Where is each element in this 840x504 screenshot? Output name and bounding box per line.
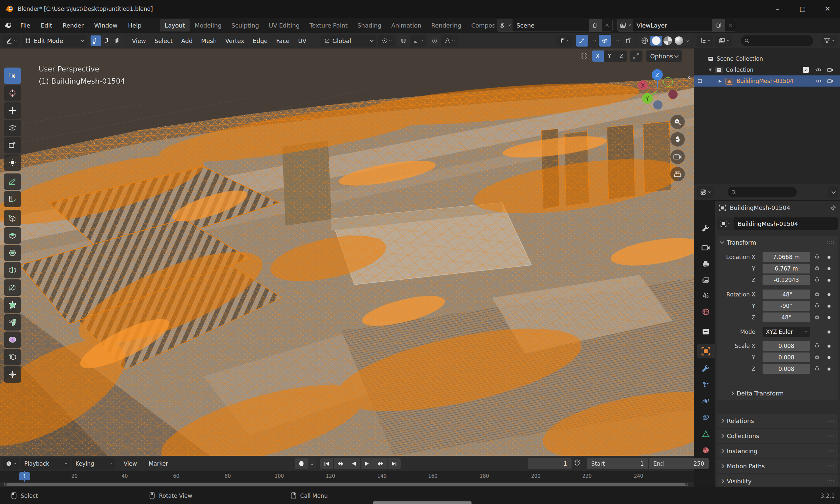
properties-options-dropdown[interactable] xyxy=(827,186,838,198)
keyframe-dot[interactable] xyxy=(827,267,830,270)
play-reverse-button[interactable] xyxy=(347,458,360,469)
editor-type-button[interactable] xyxy=(3,35,20,47)
close-button[interactable]: ✕ xyxy=(815,0,840,18)
mirror-x-button[interactable]: X xyxy=(592,51,604,62)
vertex-select-button[interactable] xyxy=(91,35,101,46)
face-select-button[interactable] xyxy=(112,35,123,46)
menu-file[interactable]: File xyxy=(15,20,35,31)
workspace-tab-compositing[interactable]: Compositing xyxy=(466,19,494,32)
keyframe-dot[interactable] xyxy=(827,279,830,282)
workspace-tab-sculpting[interactable]: Sculpting xyxy=(226,19,264,32)
workspace-tab-texture-paint[interactable]: Texture Paint xyxy=(304,19,352,32)
tab-particles[interactable] xyxy=(697,377,715,392)
gizmo-axis-neg-y[interactable] xyxy=(663,77,673,87)
gizmo-axis-neg-x[interactable] xyxy=(668,90,678,99)
pan-view-button[interactable] xyxy=(670,132,685,147)
tool-inset-faces[interactable] xyxy=(4,227,21,244)
mirror-y-button[interactable]: Y xyxy=(604,51,616,62)
workspace-tab-animation[interactable]: Animation xyxy=(386,19,426,32)
tool-cursor[interactable] xyxy=(4,85,21,101)
xray-toggle[interactable] xyxy=(623,35,635,47)
proportional-edit-toggle[interactable] xyxy=(428,35,441,47)
mirror-z-button[interactable]: Z xyxy=(616,51,627,62)
panel-grip[interactable] xyxy=(827,480,835,483)
lock-icon[interactable] xyxy=(815,314,820,319)
scale-y-field[interactable]: 0.008 xyxy=(763,353,810,362)
lock-icon[interactable] xyxy=(815,254,820,259)
lock-icon[interactable] xyxy=(815,366,820,371)
scrollbar-left-handle[interactable] xyxy=(5,483,7,486)
tab-world[interactable] xyxy=(697,305,715,319)
gizmo-axis-y[interactable]: Y xyxy=(642,93,653,104)
jump-to-start-button[interactable] xyxy=(320,458,333,469)
outliner-filter-button[interactable] xyxy=(821,35,837,47)
rot-x-field[interactable]: -48° xyxy=(763,290,810,300)
vp-menu-face[interactable]: Face xyxy=(272,35,294,47)
tool-measure[interactable] xyxy=(4,191,21,207)
tool-scale[interactable] xyxy=(4,137,21,154)
tab-scene[interactable] xyxy=(697,288,715,303)
shading-rendered-button[interactable] xyxy=(673,36,684,46)
collections-panel[interactable]: Collections xyxy=(717,429,838,443)
mirror-icon[interactable] xyxy=(578,51,591,62)
proportional-falloff-dropdown[interactable] xyxy=(441,35,458,47)
overlays-dropdown[interactable] xyxy=(613,35,620,47)
shading-solid-button[interactable] xyxy=(650,36,662,46)
tab-physics[interactable] xyxy=(697,394,715,408)
end-frame-field[interactable]: End 250 xyxy=(649,458,709,469)
edge-select-button[interactable] xyxy=(101,35,112,46)
timeline-ruler[interactable]: 1 20 40 60 80 100 120 140 160 180 200 22… xyxy=(0,471,694,482)
navigation-gizmo[interactable]: Z X Y xyxy=(628,65,687,118)
keyframe-dot[interactable] xyxy=(827,356,830,359)
tab-material[interactable] xyxy=(697,443,715,457)
jump-next-keyframe-button[interactable] xyxy=(374,458,387,469)
outliner-row-object-selected[interactable]: ▶ BuildingMesh-01504 xyxy=(694,75,840,87)
viewlayer-name[interactable]: ViewLayer xyxy=(633,19,712,32)
keyframe-dot[interactable] xyxy=(827,256,830,259)
keyframe-dot[interactable] xyxy=(827,330,830,334)
show-overlays-toggle[interactable] xyxy=(599,35,611,47)
outliner-search-input[interactable] xyxy=(741,35,813,46)
tool-poly-build[interactable] xyxy=(4,297,21,313)
snap-mode-dropdown[interactable] xyxy=(410,35,426,47)
menu-render[interactable]: Render xyxy=(57,20,89,31)
tab-render[interactable] xyxy=(697,240,715,255)
properties-editor-type-button[interactable] xyxy=(697,186,714,198)
rotation-mode-dropdown[interactable]: XYZ Euler xyxy=(763,327,810,337)
show-gizmo-toggle[interactable] xyxy=(576,35,588,47)
instancing-panel[interactable]: Instancing xyxy=(717,444,838,458)
tab-tool[interactable] xyxy=(697,221,715,235)
tool-tweak-select[interactable] xyxy=(4,68,21,84)
vp-menu-mesh[interactable]: Mesh xyxy=(197,35,221,47)
expand-arrow-icon[interactable]: ▼ xyxy=(709,68,712,72)
zoom-view-button[interactable] xyxy=(670,115,685,129)
tool-spin[interactable] xyxy=(4,314,21,330)
panel-grip[interactable] xyxy=(827,434,835,438)
region-collapse-arrow[interactable]: ‹ xyxy=(687,72,691,82)
current-frame-field[interactable]: 1 xyxy=(528,458,572,469)
outliner-row-scene-collection[interactable]: Scene Collection xyxy=(694,53,840,64)
show-object-types-dropdown[interactable] xyxy=(557,35,573,47)
loc-y-field[interactable]: 6.767 m xyxy=(763,264,810,273)
visibility-panel[interactable]: Visibility xyxy=(717,474,838,488)
keyframe-dot[interactable] xyxy=(827,305,830,308)
keyframe-dot[interactable] xyxy=(827,345,830,347)
titlebar[interactable]: Blender* [C:\Users\Just\Desktop\untitled… xyxy=(0,0,840,18)
vp-menu-uv[interactable]: UV xyxy=(294,35,311,47)
tool-rotate[interactable] xyxy=(4,120,21,136)
workspace-tab-layout[interactable]: Layout xyxy=(160,19,190,32)
panel-grip[interactable] xyxy=(827,419,835,423)
timeline-editor-type-button[interactable] xyxy=(3,458,19,470)
mode-dropdown[interactable]: Edit Mode xyxy=(22,35,87,47)
viewlayer-icon[interactable] xyxy=(617,19,633,32)
timeline-view-menu[interactable]: View xyxy=(119,461,141,467)
menu-edit[interactable]: Edit xyxy=(35,20,57,31)
maximize-button[interactable]: □ xyxy=(790,0,815,18)
loc-z-field[interactable]: -0.12943 xyxy=(763,275,810,285)
scale-x-field[interactable]: 0.008 xyxy=(763,341,810,351)
object-name-field[interactable]: BuildingMesh-01504 xyxy=(734,217,838,230)
minimize-button[interactable]: – xyxy=(765,0,790,18)
camera-view-button[interactable] xyxy=(670,149,685,164)
unlink-scene-button[interactable]: ✕ xyxy=(602,19,612,32)
snap-proximity-icon[interactable] xyxy=(630,51,643,62)
